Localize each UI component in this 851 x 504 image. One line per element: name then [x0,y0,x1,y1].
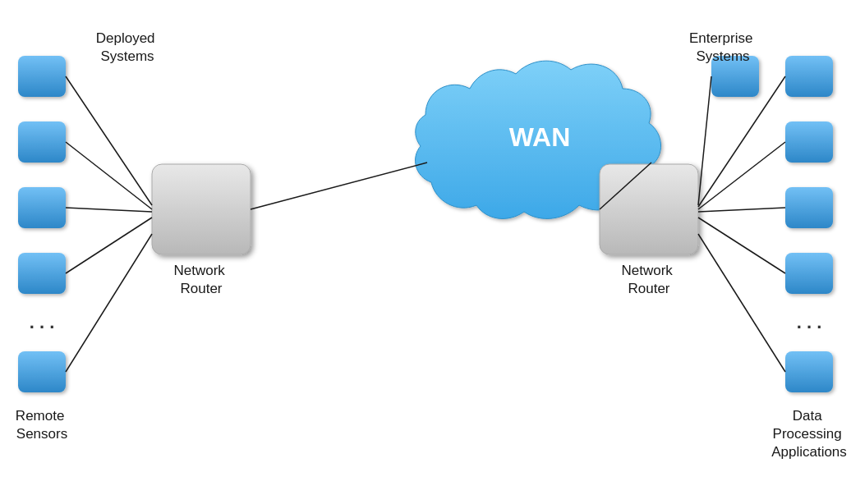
left-box-5 [18,351,66,392]
line-right-4 [698,208,785,212]
right-ellipsis: . . . [797,312,822,332]
left-router-label: Network Router [173,263,228,296]
line-router-wan-left [251,163,427,209]
right-box-top-4 [785,187,833,228]
line-right-3 [698,142,785,209]
left-box-1 [18,56,66,97]
right-router [600,164,698,254]
left-router [152,164,251,254]
wan-label: WAN [509,122,571,152]
line-right-6 [698,234,785,372]
enterprise-systems-label: Enterprise Systems [689,30,757,64]
deployed-systems-label: Deployed Systems [96,30,159,64]
line-right-1 [698,76,711,205]
left-ellipsis: . . . [30,312,55,332]
right-box-top-2 [785,56,833,97]
remote-sensors-label: Remote Sensors [16,408,68,442]
network-diagram: . . . WAN . . . [0,0,851,504]
right-box-6 [785,351,833,392]
data-processing-label: Data Processing Applications [771,408,847,460]
line-left-1 [66,76,152,205]
left-box-2 [18,121,66,163]
line-left-5 [66,234,152,372]
right-router-label: Network Router [621,263,676,296]
left-box-4 [18,253,66,294]
right-box-top-3 [785,121,833,163]
line-left-2 [66,142,152,209]
left-box-3 [18,187,66,228]
line-right-5 [698,218,785,273]
line-left-4 [66,218,152,273]
right-box-5 [785,253,833,294]
line-left-3 [66,208,152,212]
